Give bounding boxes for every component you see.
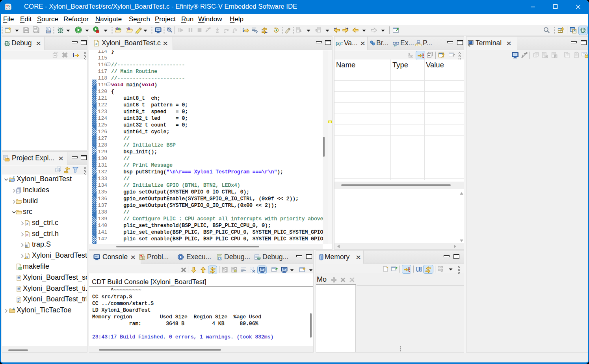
svg-text:S: S [26, 245, 28, 247]
svg-text:c: c [13, 306, 15, 310]
svg-text:R: R [6, 4, 8, 8]
svg-text:.h: .h [26, 233, 28, 237]
svg-text:i: i [73, 52, 74, 58]
svg-text:.c: .c [95, 42, 97, 46]
svg-text:C: C [573, 30, 576, 33]
svg-text:c: c [13, 175, 15, 179]
svg-text:.c: .c [26, 222, 28, 226]
svg-text:.c: .c [26, 255, 28, 258]
svg-text:i: i [243, 28, 244, 33]
svg-text:J: J [219, 257, 221, 260]
svg-text:V: V [8, 4, 11, 8]
svg-text:x=: x= [394, 45, 397, 47]
svg-text:010: 010 [47, 30, 51, 33]
